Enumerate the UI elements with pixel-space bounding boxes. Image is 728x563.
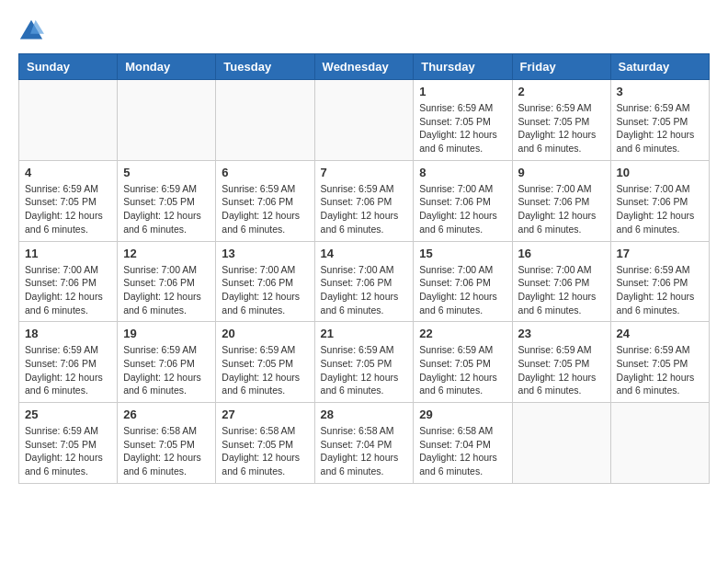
calendar-cell: 29Sunrise: 6:58 AM Sunset: 7:04 PM Dayli…: [414, 403, 512, 484]
logo-icon: [18, 18, 44, 44]
day-number: 10: [617, 166, 703, 179]
calendar-week-row: 11Sunrise: 7:00 AM Sunset: 7:06 PM Dayli…: [19, 241, 710, 322]
calendar-cell: 3Sunrise: 6:59 AM Sunset: 7:05 PM Daylig…: [610, 80, 709, 161]
calendar-week-row: 18Sunrise: 6:59 AM Sunset: 7:06 PM Dayli…: [19, 322, 710, 403]
calendar-cell: [118, 80, 216, 161]
day-info: Sunrise: 6:59 AM Sunset: 7:05 PM Dayligh…: [419, 343, 506, 397]
day-info: Sunrise: 6:58 AM Sunset: 7:05 PM Dayligh…: [222, 424, 308, 478]
day-number: 4: [25, 166, 111, 179]
day-number: 5: [123, 166, 210, 179]
day-info: Sunrise: 7:00 AM Sunset: 7:06 PM Dayligh…: [419, 182, 506, 236]
day-info: Sunrise: 6:59 AM Sunset: 7:06 PM Dayligh…: [321, 182, 408, 236]
day-info: Sunrise: 6:59 AM Sunset: 7:06 PM Dayligh…: [222, 182, 308, 236]
calendar-cell: 11Sunrise: 7:00 AM Sunset: 7:06 PM Dayli…: [19, 241, 118, 322]
day-info: Sunrise: 7:00 AM Sunset: 7:06 PM Dayligh…: [518, 263, 605, 317]
calendar-cell: 14Sunrise: 7:00 AM Sunset: 7:06 PM Dayli…: [314, 241, 414, 322]
calendar-cell: 1Sunrise: 6:59 AM Sunset: 7:05 PM Daylig…: [414, 80, 512, 161]
day-number: 19: [123, 327, 210, 340]
weekday-header: Tuesday: [216, 54, 314, 80]
day-number: 28: [321, 408, 408, 421]
day-info: Sunrise: 6:58 AM Sunset: 7:04 PM Dayligh…: [321, 424, 408, 478]
header: [18, 18, 710, 44]
day-number: 29: [419, 408, 506, 421]
calendar-cell: 27Sunrise: 6:58 AM Sunset: 7:05 PM Dayli…: [216, 403, 314, 484]
calendar-cell: 26Sunrise: 6:58 AM Sunset: 7:05 PM Dayli…: [118, 403, 216, 484]
day-info: Sunrise: 6:59 AM Sunset: 7:05 PM Dayligh…: [25, 424, 111, 478]
calendar-cell: [19, 80, 118, 161]
weekday-header-row: SundayMondayTuesdayWednesdayThursdayFrid…: [19, 54, 710, 80]
calendar-cell: 7Sunrise: 6:59 AM Sunset: 7:06 PM Daylig…: [314, 160, 414, 241]
calendar-cell: 19Sunrise: 6:59 AM Sunset: 7:06 PM Dayli…: [118, 322, 216, 403]
day-number: 8: [419, 166, 506, 179]
day-number: 23: [518, 327, 605, 340]
day-info: Sunrise: 7:00 AM Sunset: 7:06 PM Dayligh…: [321, 263, 408, 317]
day-number: 25: [25, 408, 111, 421]
day-info: Sunrise: 6:59 AM Sunset: 7:05 PM Dayligh…: [518, 343, 605, 397]
day-number: 2: [518, 85, 605, 98]
day-info: Sunrise: 6:58 AM Sunset: 7:05 PM Dayligh…: [123, 424, 210, 478]
day-number: 9: [518, 166, 605, 179]
weekday-header: Sunday: [19, 54, 118, 80]
calendar-week-row: 1Sunrise: 6:59 AM Sunset: 7:05 PM Daylig…: [19, 80, 710, 161]
calendar-cell: [314, 80, 414, 161]
day-number: 15: [419, 247, 506, 260]
day-number: 18: [25, 327, 111, 340]
day-number: 12: [123, 247, 210, 260]
weekday-header: Saturday: [610, 54, 709, 80]
day-info: Sunrise: 7:00 AM Sunset: 7:06 PM Dayligh…: [222, 263, 308, 317]
day-number: 14: [321, 247, 408, 260]
day-info: Sunrise: 7:00 AM Sunset: 7:06 PM Dayligh…: [518, 182, 605, 236]
day-info: Sunrise: 6:59 AM Sunset: 7:06 PM Dayligh…: [25, 343, 111, 397]
calendar-cell: 9Sunrise: 7:00 AM Sunset: 7:06 PM Daylig…: [512, 160, 610, 241]
day-info: Sunrise: 6:59 AM Sunset: 7:06 PM Dayligh…: [617, 263, 703, 317]
calendar-cell: [216, 80, 314, 161]
calendar-cell: 2Sunrise: 6:59 AM Sunset: 7:05 PM Daylig…: [512, 80, 610, 161]
day-number: 22: [419, 327, 506, 340]
day-number: 26: [123, 408, 210, 421]
day-number: 1: [419, 85, 506, 98]
calendar-cell: 10Sunrise: 7:00 AM Sunset: 7:06 PM Dayli…: [610, 160, 709, 241]
day-info: Sunrise: 6:59 AM Sunset: 7:05 PM Dayligh…: [123, 182, 210, 236]
calendar: SundayMondayTuesdayWednesdayThursdayFrid…: [18, 53, 710, 484]
day-number: 3: [617, 85, 703, 98]
day-info: Sunrise: 6:59 AM Sunset: 7:05 PM Dayligh…: [617, 343, 703, 397]
day-number: 6: [222, 166, 308, 179]
calendar-week-row: 25Sunrise: 6:59 AM Sunset: 7:05 PM Dayli…: [19, 403, 710, 484]
logo: [18, 18, 48, 44]
day-number: 17: [617, 247, 703, 260]
day-number: 24: [617, 327, 703, 340]
calendar-cell: 15Sunrise: 7:00 AM Sunset: 7:06 PM Dayli…: [414, 241, 512, 322]
calendar-cell: 20Sunrise: 6:59 AM Sunset: 7:05 PM Dayli…: [216, 322, 314, 403]
calendar-cell: 28Sunrise: 6:58 AM Sunset: 7:04 PM Dayli…: [314, 403, 414, 484]
calendar-cell: 6Sunrise: 6:59 AM Sunset: 7:06 PM Daylig…: [216, 160, 314, 241]
day-number: 27: [222, 408, 308, 421]
day-info: Sunrise: 7:00 AM Sunset: 7:06 PM Dayligh…: [25, 263, 111, 317]
day-info: Sunrise: 6:59 AM Sunset: 7:05 PM Dayligh…: [222, 343, 308, 397]
calendar-cell: 22Sunrise: 6:59 AM Sunset: 7:05 PM Dayli…: [414, 322, 512, 403]
day-info: Sunrise: 6:59 AM Sunset: 7:05 PM Dayligh…: [321, 343, 408, 397]
calendar-cell: [512, 403, 610, 484]
day-info: Sunrise: 7:00 AM Sunset: 7:06 PM Dayligh…: [617, 182, 703, 236]
calendar-cell: 8Sunrise: 7:00 AM Sunset: 7:06 PM Daylig…: [414, 160, 512, 241]
day-number: 16: [518, 247, 605, 260]
calendar-cell: 23Sunrise: 6:59 AM Sunset: 7:05 PM Dayli…: [512, 322, 610, 403]
calendar-cell: 13Sunrise: 7:00 AM Sunset: 7:06 PM Dayli…: [216, 241, 314, 322]
calendar-cell: 25Sunrise: 6:59 AM Sunset: 7:05 PM Dayli…: [19, 403, 118, 484]
day-info: Sunrise: 6:59 AM Sunset: 7:06 PM Dayligh…: [123, 343, 210, 397]
day-number: 11: [25, 247, 111, 260]
calendar-cell: 4Sunrise: 6:59 AM Sunset: 7:05 PM Daylig…: [19, 160, 118, 241]
calendar-cell: 24Sunrise: 6:59 AM Sunset: 7:05 PM Dayli…: [610, 322, 709, 403]
day-number: 20: [222, 327, 308, 340]
day-info: Sunrise: 6:59 AM Sunset: 7:05 PM Dayligh…: [518, 101, 605, 155]
day-number: 21: [321, 327, 408, 340]
weekday-header: Friday: [512, 54, 610, 80]
day-info: Sunrise: 6:59 AM Sunset: 7:05 PM Dayligh…: [617, 101, 703, 155]
day-info: Sunrise: 7:00 AM Sunset: 7:06 PM Dayligh…: [123, 263, 210, 317]
calendar-cell: [610, 403, 709, 484]
calendar-cell: 18Sunrise: 6:59 AM Sunset: 7:06 PM Dayli…: [19, 322, 118, 403]
weekday-header: Wednesday: [314, 54, 414, 80]
day-info: Sunrise: 6:58 AM Sunset: 7:04 PM Dayligh…: [419, 424, 506, 478]
calendar-cell: 16Sunrise: 7:00 AM Sunset: 7:06 PM Dayli…: [512, 241, 610, 322]
weekday-header: Monday: [118, 54, 216, 80]
calendar-cell: 17Sunrise: 6:59 AM Sunset: 7:06 PM Dayli…: [610, 241, 709, 322]
